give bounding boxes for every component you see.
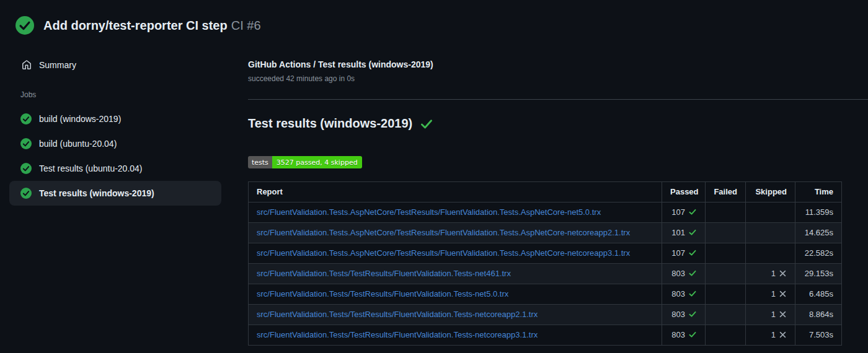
table-row: src/FluentValidation.Tests/TestResults/F… xyxy=(249,284,842,304)
section-title-text: Test results (windows-2019) xyxy=(248,116,412,131)
table-row: src/FluentValidation.Tests/TestResults/F… xyxy=(249,263,842,284)
time-cell: 6.485s xyxy=(795,284,842,304)
failed-cell xyxy=(706,284,746,304)
success-check-circle-icon xyxy=(20,163,32,174)
check-icon xyxy=(688,289,697,298)
report-link[interactable]: src/FluentValidation.Tests/TestResults/F… xyxy=(257,289,508,299)
table-row: src/FluentValidation.Tests.AspNetCore/Te… xyxy=(249,243,842,263)
run-title-text: Add dorny/test-reporter CI step xyxy=(43,19,228,32)
x-icon xyxy=(779,310,787,318)
success-check-circle-icon xyxy=(20,113,32,124)
sidebar-job-2[interactable]: build (ubuntu-20.04) xyxy=(9,131,221,156)
skipped-cell: 1 xyxy=(746,304,795,325)
failed-cell xyxy=(706,222,746,243)
success-check-circle-icon xyxy=(20,138,32,149)
x-icon xyxy=(779,331,787,339)
table-row: src/FluentValidation.Tests.AspNetCore/Te… xyxy=(249,202,842,222)
report-cell: src/FluentValidation.Tests.AspNetCore/Te… xyxy=(249,202,662,222)
table-row: src/FluentValidation.Tests/TestResults/F… xyxy=(249,325,842,345)
skipped-cell xyxy=(746,222,795,243)
check-icon xyxy=(688,330,697,339)
column-header-skipped: Skipped xyxy=(746,181,795,202)
passed-cell: 107 xyxy=(662,243,706,263)
report-link[interactable]: src/FluentValidation.Tests.AspNetCore/Te… xyxy=(257,248,630,258)
check-icon xyxy=(688,310,697,318)
passed-cell: 101 xyxy=(662,222,706,243)
skipped-cell: 1 xyxy=(746,284,795,304)
failed-cell xyxy=(706,263,746,284)
section-title: Test results (windows-2019) xyxy=(248,116,868,131)
job-label: build (windows-2019) xyxy=(39,114,121,124)
sidebar-item-summary[interactable]: Summary xyxy=(0,58,236,72)
success-check-circle-icon xyxy=(16,16,34,35)
report-link[interactable]: src/FluentValidation.Tests/TestResults/F… xyxy=(257,310,538,319)
check-icon xyxy=(688,269,697,277)
report-cell: src/FluentValidation.Tests.AspNetCore/Te… xyxy=(249,243,662,263)
failed-cell xyxy=(706,325,746,345)
workflow-run-header: Add dorny/test-reporter CI stepCI #6 xyxy=(0,0,868,46)
run-title: Add dorny/test-reporter CI stepCI #6 xyxy=(43,16,261,35)
check-run-name: GitHub Actions / Test results (windows-2… xyxy=(248,59,868,69)
report-link[interactable]: src/FluentValidation.Tests/TestResults/F… xyxy=(257,330,538,339)
x-icon xyxy=(779,269,787,277)
success-check-circle-icon xyxy=(20,188,32,199)
report-cell: src/FluentValidation.Tests/TestResults/F… xyxy=(249,325,662,345)
report-cell: src/FluentValidation.Tests.AspNetCore/Te… xyxy=(249,222,662,243)
column-header-time: Time xyxy=(795,181,842,202)
failed-cell xyxy=(706,304,746,325)
report-cell: src/FluentValidation.Tests/TestResults/F… xyxy=(249,284,662,304)
sidebar-job-1[interactable]: build (windows-2019) xyxy=(9,107,221,131)
report-link[interactable]: src/FluentValidation.Tests/TestResults/F… xyxy=(257,269,511,278)
check-icon xyxy=(688,228,697,237)
time-cell: 7.503s xyxy=(795,325,842,345)
passed-cell: 803 xyxy=(662,263,706,284)
skipped-cell: 1 xyxy=(746,263,795,284)
x-icon xyxy=(779,290,787,298)
skipped-cell xyxy=(746,243,795,263)
failed-cell xyxy=(706,202,746,222)
time-cell: 22.582s xyxy=(795,243,842,263)
main-content: GitHub Actions / Test results (windows-2… xyxy=(236,46,868,346)
report-link[interactable]: src/FluentValidation.Tests.AspNetCore/Te… xyxy=(257,228,630,237)
report-cell: src/FluentValidation.Tests/TestResults/F… xyxy=(249,263,662,284)
table-row: src/FluentValidation.Tests.AspNetCore/Te… xyxy=(249,222,842,243)
run-number: CI #6 xyxy=(231,19,261,32)
time-cell: 11.359s xyxy=(795,202,842,222)
success-check-icon xyxy=(420,117,433,131)
table-row: src/FluentValidation.Tests/TestResults/F… xyxy=(249,304,842,325)
jobs-list: build (windows-2019) build (ubuntu-20.04… xyxy=(0,107,236,206)
time-cell: 14.625s xyxy=(795,222,842,243)
jobs-heading: Jobs xyxy=(20,90,236,99)
time-cell: 29.153s xyxy=(795,263,842,284)
job-label: Test results (ubuntu-20.04) xyxy=(39,163,143,173)
column-header-passed: Passed xyxy=(662,181,706,202)
tests-badge-label: tests xyxy=(248,156,272,168)
skipped-cell xyxy=(746,202,795,222)
tests-badge: tests 3527 passed, 4 skipped xyxy=(248,156,362,168)
test-results-table: ReportPassedFailedSkippedTime src/Fluent… xyxy=(248,181,842,346)
job-label: Test results (windows-2019) xyxy=(39,188,154,198)
passed-cell: 107 xyxy=(662,202,706,222)
sidebar: Summary Jobs build (windows-2019) build … xyxy=(0,46,236,206)
passed-cell: 803 xyxy=(662,325,706,345)
report-cell: src/FluentValidation.Tests/TestResults/F… xyxy=(249,304,662,325)
job-label: build (ubuntu-20.04) xyxy=(39,139,117,149)
check-icon xyxy=(688,207,697,216)
column-header-failed: Failed xyxy=(706,181,746,202)
time-cell: 8.864s xyxy=(795,304,842,325)
passed-cell: 803 xyxy=(662,304,706,325)
sidebar-job-3[interactable]: Test results (ubuntu-20.04) xyxy=(9,156,221,181)
summary-label: Summary xyxy=(39,60,76,70)
table-header-row: ReportPassedFailedSkippedTime xyxy=(249,181,842,202)
check-icon xyxy=(688,248,697,257)
divider xyxy=(248,99,868,100)
failed-cell xyxy=(706,243,746,263)
sidebar-job-4[interactable]: Test results (windows-2019) xyxy=(9,181,221,206)
check-run-status: succeeded 42 minutes ago in 0s xyxy=(248,74,868,83)
passed-cell: 803 xyxy=(662,284,706,304)
report-link[interactable]: src/FluentValidation.Tests.AspNetCore/Te… xyxy=(257,207,601,217)
column-header-report: Report xyxy=(249,181,662,202)
skipped-cell: 1 xyxy=(746,325,795,345)
tests-badge-value: 3527 passed, 4 skipped xyxy=(272,156,362,168)
home-icon xyxy=(22,60,32,70)
